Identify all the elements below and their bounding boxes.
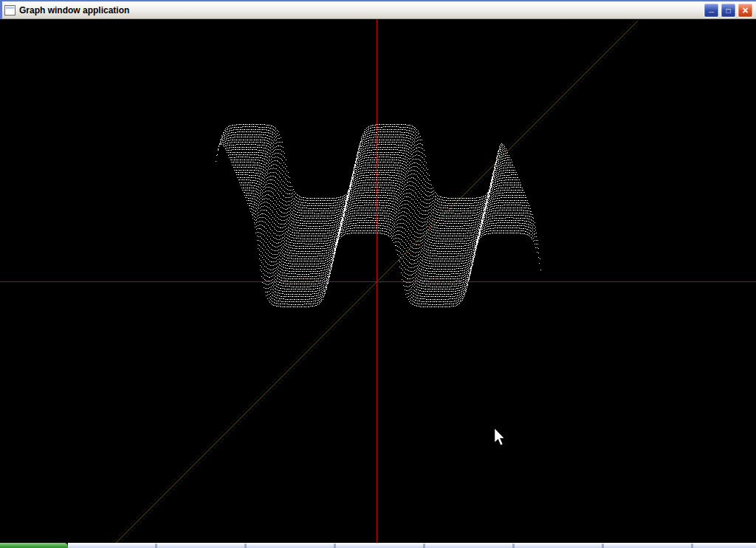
- taskbar-strip: [0, 543, 756, 548]
- taskbar-buttons-strip[interactable]: [68, 543, 756, 548]
- close-icon: ×: [738, 4, 752, 17]
- app-window-icon[interactable]: [4, 5, 16, 16]
- maximize-button[interactable]: □: [721, 3, 736, 18]
- app-window: Graph window application _ □ ×: [0, 0, 756, 548]
- titlebar[interactable]: Graph window application _ □ ×: [0, 0, 756, 19]
- minimize-button[interactable]: _: [704, 3, 719, 18]
- start-button[interactable]: [0, 543, 68, 548]
- graph-client-area: [0, 19, 756, 543]
- close-button[interactable]: ×: [738, 3, 753, 18]
- graph-canvas: [0, 19, 756, 543]
- window-title: Graph window application: [19, 5, 702, 16]
- maximize-icon: □: [721, 4, 735, 18]
- minimize-icon: _: [704, 4, 718, 13]
